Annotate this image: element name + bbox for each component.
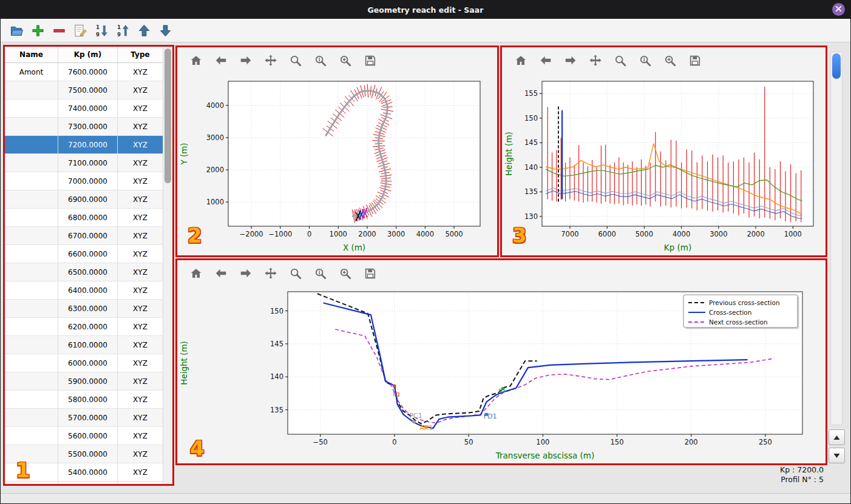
table-row[interactable]: 6900.0000XYZ bbox=[5, 190, 163, 209]
profile-plot[interactable]: 7000600050004000300020001000130135140145… bbox=[502, 74, 826, 258]
svg-text:100: 100 bbox=[536, 438, 549, 446]
inspect-icon[interactable] bbox=[313, 53, 328, 69]
table-scrollbar[interactable] bbox=[163, 47, 172, 484]
table-row[interactable]: 6700.0000XYZ bbox=[5, 227, 163, 245]
next-profile-button[interactable] bbox=[829, 448, 845, 463]
cell-type: XYZ bbox=[118, 190, 163, 208]
table-row[interactable]: 5800.0000XYZ bbox=[5, 391, 163, 409]
pan-icon[interactable] bbox=[588, 53, 603, 69]
cell-name bbox=[5, 245, 58, 263]
table-header-row: NameKp (m)Type bbox=[5, 47, 163, 63]
svg-text:145: 145 bbox=[270, 340, 283, 348]
home-icon[interactable] bbox=[513, 53, 529, 69]
home-icon[interactable] bbox=[188, 266, 204, 281]
zoom-region-icon[interactable] bbox=[337, 53, 353, 69]
svg-text:5000: 5000 bbox=[445, 230, 463, 238]
forward-icon[interactable] bbox=[563, 53, 578, 69]
cell-name bbox=[5, 190, 58, 208]
zoom-icon[interactable] bbox=[288, 53, 303, 69]
close-button[interactable] bbox=[832, 3, 845, 16]
save-icon[interactable] bbox=[362, 266, 378, 281]
table-row[interactable]: 5900.0000XYZ bbox=[5, 372, 163, 391]
profile-scrollbar[interactable] bbox=[830, 52, 843, 425]
zoom-icon[interactable] bbox=[612, 53, 628, 69]
table-row[interactable]: 7100.0000XYZ bbox=[5, 154, 163, 172]
table-row[interactable]: 7200.0000XYZ bbox=[5, 136, 163, 154]
cell-type: XYZ bbox=[118, 154, 163, 172]
cell-kp: 6800.0000 bbox=[58, 209, 118, 226]
profile-scrollbar-thumb[interactable] bbox=[832, 53, 841, 79]
inspect-icon[interactable] bbox=[313, 266, 328, 281]
panel-number-4: 4 bbox=[190, 438, 205, 459]
svg-text:Height (m): Height (m) bbox=[504, 132, 514, 176]
table-row[interactable]: 6300.0000XYZ bbox=[5, 300, 163, 318]
table-row[interactable]: 6600.0000XYZ bbox=[5, 245, 163, 263]
zoom-region-icon[interactable] bbox=[662, 53, 678, 69]
table-row[interactable]: 5600.0000XYZ bbox=[5, 427, 163, 445]
panel-number-1: 1 bbox=[16, 460, 30, 480]
cell-kp: 6100.0000 bbox=[58, 336, 118, 354]
svg-text:3000: 3000 bbox=[387, 230, 405, 238]
table-row[interactable]: 6200.0000XYZ bbox=[5, 318, 163, 336]
pan-icon[interactable] bbox=[263, 53, 279, 69]
svg-text:3000: 3000 bbox=[206, 133, 224, 142]
table-row[interactable]: 6400.0000XYZ bbox=[5, 281, 163, 300]
cell-type: XYZ bbox=[118, 172, 163, 190]
remove-icon[interactable] bbox=[51, 22, 67, 38]
cell-type: XYZ bbox=[118, 227, 163, 244]
svg-text:155: 155 bbox=[524, 89, 538, 98]
zoom-region-icon[interactable] bbox=[337, 266, 353, 281]
table-row[interactable]: 7400.0000XYZ bbox=[5, 99, 163, 118]
table-row[interactable]: 7000.0000XYZ bbox=[5, 172, 163, 190]
longitudinal-profile-panel: 7000600050004000300020001000130135140145… bbox=[500, 45, 827, 257]
svg-text:150: 150 bbox=[524, 114, 538, 123]
table-scrollbar-thumb[interactable] bbox=[164, 49, 171, 183]
table-body: Amont7600.0000XYZ7500.0000XYZ7400.0000XY… bbox=[5, 63, 163, 484]
svg-text:9: 9 bbox=[95, 32, 99, 38]
column-header-kp[interactable]: Kp (m) bbox=[58, 47, 118, 62]
move-down-icon[interactable] bbox=[157, 22, 173, 38]
table-row[interactable]: 6000.0000XYZ bbox=[5, 354, 163, 372]
edit-icon[interactable] bbox=[72, 22, 88, 38]
table-row[interactable]: 5700.0000XYZ bbox=[5, 409, 163, 427]
forward-icon[interactable] bbox=[238, 53, 254, 69]
cell-type: XYZ bbox=[118, 463, 163, 481]
previous-profile-button[interactable] bbox=[829, 429, 845, 445]
save-icon[interactable] bbox=[687, 53, 703, 69]
sort-down-icon[interactable]: 19 bbox=[93, 22, 109, 38]
column-header-type[interactable]: Type bbox=[118, 47, 163, 62]
svg-text:3000: 3000 bbox=[710, 230, 727, 238]
back-icon[interactable] bbox=[213, 53, 229, 69]
table-row[interactable]: 6100.0000XYZ bbox=[5, 336, 163, 354]
svg-text:Previous cross-section: Previous cross-section bbox=[709, 299, 780, 306]
add-icon[interactable] bbox=[30, 22, 46, 38]
open-icon[interactable] bbox=[8, 22, 24, 38]
cell-kp: 6600.0000 bbox=[58, 245, 118, 263]
plan-plot[interactable]: −2000−1000010002000300040005000100020003… bbox=[177, 74, 497, 258]
back-icon[interactable] bbox=[213, 266, 229, 281]
inspect-icon[interactable] bbox=[637, 53, 653, 69]
table-row[interactable]: 6800.0000XYZ bbox=[5, 209, 163, 227]
move-up-icon[interactable] bbox=[136, 22, 152, 38]
cell-type: XYZ bbox=[118, 81, 163, 99]
table-row[interactable]: Amont7600.0000XYZ bbox=[5, 63, 163, 81]
current-profile-info: Kp : 7200.0 Profil N° : 5 bbox=[780, 465, 824, 485]
table-row[interactable]: 7500.0000XYZ bbox=[5, 81, 163, 99]
plan-view-panel: −2000−1000010002000300040005000100020003… bbox=[175, 45, 499, 257]
cell-type: XYZ bbox=[118, 391, 163, 408]
save-icon[interactable] bbox=[362, 53, 378, 69]
svg-text:7000: 7000 bbox=[561, 230, 578, 238]
sort-up-icon[interactable]: 19 bbox=[115, 22, 131, 38]
section-plot[interactable]: −50050100150200250135140145150Transverse… bbox=[177, 287, 826, 466]
svg-text:1: 1 bbox=[95, 24, 99, 30]
home-icon[interactable] bbox=[188, 53, 204, 69]
back-icon[interactable] bbox=[538, 53, 554, 69]
column-header-name[interactable]: Name bbox=[5, 47, 58, 62]
zoom-icon[interactable] bbox=[288, 266, 303, 281]
pan-icon[interactable] bbox=[263, 266, 279, 281]
table-row[interactable]: 7300.0000XYZ bbox=[5, 118, 163, 136]
forward-icon[interactable] bbox=[238, 266, 254, 281]
cell-type: XYZ bbox=[118, 372, 163, 390]
table-row[interactable]: 6500.0000XYZ bbox=[5, 263, 163, 281]
cell-name bbox=[5, 281, 58, 299]
